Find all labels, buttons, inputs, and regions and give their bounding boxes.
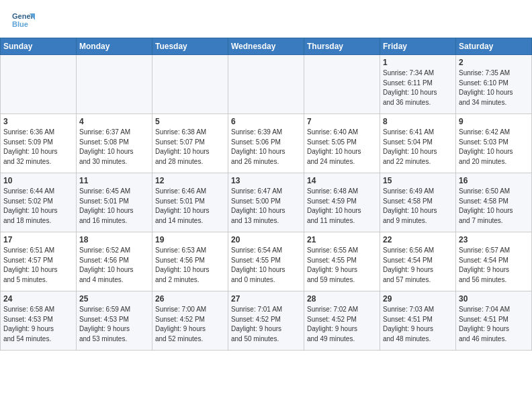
day-info: Sunrise: 6:36 AM Sunset: 5:09 PM Dayligh… xyxy=(3,128,73,167)
day-cell: 13Sunrise: 6:47 AM Sunset: 5:00 PM Dayli… xyxy=(228,173,304,232)
day-cell xyxy=(304,55,380,114)
day-info: Sunrise: 6:50 AM Sunset: 4:58 PM Dayligh… xyxy=(459,187,529,226)
day-cell xyxy=(228,55,304,114)
day-cell: 18Sunrise: 6:52 AM Sunset: 4:56 PM Dayli… xyxy=(77,232,152,291)
day-cell: 8Sunrise: 6:41 AM Sunset: 5:04 PM Daylig… xyxy=(380,114,456,173)
day-number: 9 xyxy=(459,117,529,126)
day-number: 3 xyxy=(3,117,73,126)
day-number: 10 xyxy=(3,176,73,185)
day-info: Sunrise: 7:35 AM Sunset: 6:10 PM Dayligh… xyxy=(459,68,529,107)
day-number: 21 xyxy=(307,235,377,244)
day-info: Sunrise: 6:57 AM Sunset: 4:54 PM Dayligh… xyxy=(459,246,529,285)
day-number: 23 xyxy=(459,235,529,244)
day-cell xyxy=(152,55,228,114)
day-info: Sunrise: 6:38 AM Sunset: 5:07 PM Dayligh… xyxy=(155,128,225,167)
day-cell: 4Sunrise: 6:37 AM Sunset: 5:08 PM Daylig… xyxy=(77,114,152,173)
day-cell: 12Sunrise: 6:46 AM Sunset: 5:01 PM Dayli… xyxy=(152,173,228,232)
day-cell: 19Sunrise: 6:53 AM Sunset: 4:56 PM Dayli… xyxy=(152,232,228,291)
day-number: 22 xyxy=(383,235,453,244)
day-info: Sunrise: 6:45 AM Sunset: 5:01 PM Dayligh… xyxy=(79,187,149,226)
day-number: 28 xyxy=(307,294,377,304)
day-cell xyxy=(77,55,152,114)
day-number: 5 xyxy=(155,117,225,126)
day-cell xyxy=(1,55,77,114)
day-cell: 7Sunrise: 6:40 AM Sunset: 5:05 PM Daylig… xyxy=(304,114,380,173)
day-info: Sunrise: 6:37 AM Sunset: 5:08 PM Dayligh… xyxy=(79,128,149,167)
day-info: Sunrise: 6:51 AM Sunset: 4:57 PM Dayligh… xyxy=(3,246,73,285)
week-row-3: 10Sunrise: 6:44 AM Sunset: 5:02 PM Dayli… xyxy=(1,173,532,232)
day-cell: 10Sunrise: 6:44 AM Sunset: 5:02 PM Dayli… xyxy=(1,173,77,232)
day-info: Sunrise: 6:49 AM Sunset: 4:58 PM Dayligh… xyxy=(383,187,453,226)
svg-text:Blue: Blue xyxy=(12,20,28,28)
weekday-header-saturday: Saturday xyxy=(456,38,532,55)
day-number: 7 xyxy=(307,117,377,126)
calendar-table: SundayMondayTuesdayWednesdayThursdayFrid… xyxy=(0,38,532,351)
day-cell: 11Sunrise: 6:45 AM Sunset: 5:01 PM Dayli… xyxy=(77,173,152,232)
day-number: 12 xyxy=(155,176,225,185)
day-info: Sunrise: 6:58 AM Sunset: 4:53 PM Dayligh… xyxy=(3,305,73,344)
day-cell: 22Sunrise: 6:56 AM Sunset: 4:54 PM Dayli… xyxy=(380,232,456,291)
day-cell: 29Sunrise: 7:03 AM Sunset: 4:51 PM Dayli… xyxy=(380,291,456,351)
day-number: 13 xyxy=(231,176,301,185)
week-row-1: 1Sunrise: 7:34 AM Sunset: 6:11 PM Daylig… xyxy=(1,55,532,114)
svg-text:General: General xyxy=(12,12,35,20)
weekday-header-monday: Monday xyxy=(77,38,152,55)
day-number: 30 xyxy=(459,294,529,304)
day-cell: 2Sunrise: 7:35 AM Sunset: 6:10 PM Daylig… xyxy=(456,55,532,114)
calendar-body: 1Sunrise: 7:34 AM Sunset: 6:11 PM Daylig… xyxy=(1,55,532,351)
day-cell: 14Sunrise: 6:48 AM Sunset: 4:59 PM Dayli… xyxy=(304,173,380,232)
day-number: 8 xyxy=(383,117,453,126)
day-number: 1 xyxy=(383,58,453,67)
day-info: Sunrise: 6:40 AM Sunset: 5:05 PM Dayligh… xyxy=(307,128,377,167)
day-info: Sunrise: 6:44 AM Sunset: 5:02 PM Dayligh… xyxy=(3,187,73,226)
day-cell: 28Sunrise: 7:02 AM Sunset: 4:52 PM Dayli… xyxy=(304,291,380,351)
logo: General Blue xyxy=(11,8,35,32)
day-info: Sunrise: 7:04 AM Sunset: 4:51 PM Dayligh… xyxy=(459,305,529,344)
day-info: Sunrise: 6:46 AM Sunset: 5:01 PM Dayligh… xyxy=(155,187,225,226)
day-cell: 9Sunrise: 6:42 AM Sunset: 5:03 PM Daylig… xyxy=(456,114,532,173)
day-number: 6 xyxy=(231,117,301,126)
day-number: 26 xyxy=(155,294,225,304)
day-cell: 25Sunrise: 6:59 AM Sunset: 4:53 PM Dayli… xyxy=(77,291,152,351)
page-header: General Blue xyxy=(0,0,532,38)
day-info: Sunrise: 7:01 AM Sunset: 4:52 PM Dayligh… xyxy=(231,305,301,344)
day-number: 11 xyxy=(79,176,149,185)
weekday-header-thursday: Thursday xyxy=(304,38,380,55)
day-number: 20 xyxy=(231,235,301,244)
week-row-2: 3Sunrise: 6:36 AM Sunset: 5:09 PM Daylig… xyxy=(1,114,532,173)
day-number: 4 xyxy=(79,117,149,126)
day-number: 15 xyxy=(383,176,453,185)
day-info: Sunrise: 7:03 AM Sunset: 4:51 PM Dayligh… xyxy=(383,305,453,344)
day-number: 2 xyxy=(459,58,529,67)
day-info: Sunrise: 6:42 AM Sunset: 5:03 PM Dayligh… xyxy=(459,128,529,167)
weekday-header-wednesday: Wednesday xyxy=(228,38,304,55)
day-number: 25 xyxy=(79,294,149,304)
calendar-header: SundayMondayTuesdayWednesdayThursdayFrid… xyxy=(1,38,532,55)
day-cell: 16Sunrise: 6:50 AM Sunset: 4:58 PM Dayli… xyxy=(456,173,532,232)
day-cell: 20Sunrise: 6:54 AM Sunset: 4:55 PM Dayli… xyxy=(228,232,304,291)
day-cell: 24Sunrise: 6:58 AM Sunset: 4:53 PM Dayli… xyxy=(1,291,77,351)
day-cell: 27Sunrise: 7:01 AM Sunset: 4:52 PM Dayli… xyxy=(228,291,304,351)
day-cell: 21Sunrise: 6:55 AM Sunset: 4:55 PM Dayli… xyxy=(304,232,380,291)
day-cell: 17Sunrise: 6:51 AM Sunset: 4:57 PM Dayli… xyxy=(1,232,77,291)
weekday-header-friday: Friday xyxy=(380,38,456,55)
day-number: 14 xyxy=(307,176,377,185)
day-number: 19 xyxy=(155,235,225,244)
day-info: Sunrise: 6:53 AM Sunset: 4:56 PM Dayligh… xyxy=(155,246,225,285)
day-number: 16 xyxy=(459,176,529,185)
day-info: Sunrise: 7:34 AM Sunset: 6:11 PM Dayligh… xyxy=(383,68,453,107)
day-info: Sunrise: 6:56 AM Sunset: 4:54 PM Dayligh… xyxy=(383,246,453,285)
weekday-header-sunday: Sunday xyxy=(1,38,77,55)
day-number: 17 xyxy=(3,235,73,244)
day-cell: 5Sunrise: 6:38 AM Sunset: 5:07 PM Daylig… xyxy=(152,114,228,173)
day-info: Sunrise: 6:55 AM Sunset: 4:55 PM Dayligh… xyxy=(307,246,377,285)
day-info: Sunrise: 7:02 AM Sunset: 4:52 PM Dayligh… xyxy=(307,305,377,344)
week-row-4: 17Sunrise: 6:51 AM Sunset: 4:57 PM Dayli… xyxy=(1,232,532,291)
weekday-row: SundayMondayTuesdayWednesdayThursdayFrid… xyxy=(1,38,532,55)
day-info: Sunrise: 6:47 AM Sunset: 5:00 PM Dayligh… xyxy=(231,187,301,226)
day-number: 24 xyxy=(3,294,73,304)
day-cell: 1Sunrise: 7:34 AM Sunset: 6:11 PM Daylig… xyxy=(380,55,456,114)
week-row-5: 24Sunrise: 6:58 AM Sunset: 4:53 PM Dayli… xyxy=(1,291,532,351)
day-cell: 6Sunrise: 6:39 AM Sunset: 5:06 PM Daylig… xyxy=(228,114,304,173)
day-info: Sunrise: 6:52 AM Sunset: 4:56 PM Dayligh… xyxy=(79,246,149,285)
